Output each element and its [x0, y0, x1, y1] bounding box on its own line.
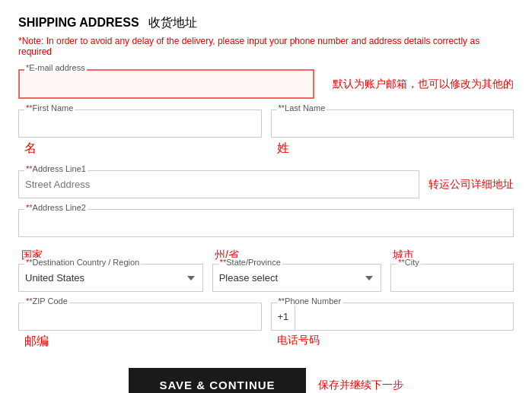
first-name-annotation: 名 — [18, 138, 262, 160]
zip-input[interactable] — [18, 303, 262, 331]
phone-prefix: +1 — [272, 303, 296, 330]
country-select[interactable]: United States — [18, 264, 203, 292]
phone-annotation: 电话号码 — [271, 331, 514, 350]
first-name-input[interactable] — [18, 109, 262, 138]
phone-label: **Phone Number — [277, 296, 343, 306]
zip-annotation: 邮编 — [18, 331, 262, 353]
phone-input[interactable] — [295, 303, 513, 330]
first-name-label: **First Name — [24, 103, 75, 113]
state-select[interactable]: Please select — [212, 264, 381, 292]
zip-label: **ZIP Code — [24, 296, 69, 306]
save-row: SAVE & CONTINUE 保存并继续下一步 — [18, 368, 514, 393]
title-cn: 收货地址 — [148, 16, 197, 29]
address1-annotation: 转运公司详细地址 — [428, 178, 514, 192]
address2-input[interactable] — [18, 209, 514, 237]
save-continue-button[interactable]: SAVE & CONTINUE — [129, 368, 305, 393]
note-text: *Note: In order to avoid any delay of th… — [18, 36, 514, 57]
state-label: **State/Province — [218, 258, 282, 267]
address1-input[interactable] — [18, 170, 419, 198]
address1-label: **Address Line1 — [24, 164, 88, 173]
last-name-annotation: 姓 — [271, 138, 514, 160]
country-label: **Destination Country / Region — [24, 258, 141, 267]
email-input[interactable] — [18, 69, 314, 99]
address2-label: **Address Line2 — [24, 203, 88, 212]
title-en: SHIPPING ADDRESS — [18, 16, 139, 29]
last-name-label: **Last Name — [277, 103, 327, 113]
email-annotation: 默认为账户邮箱，也可以修改为其他的 — [333, 78, 514, 91]
page-title: SHIPPING ADDRESS 收货地址 — [18, 15, 514, 31]
email-label: *E-mail address — [24, 63, 87, 72]
city-label: **City — [397, 258, 421, 267]
city-input[interactable] — [390, 264, 514, 292]
save-annotation: 保存并继续下一步 — [318, 379, 403, 392]
last-name-input[interactable] — [271, 109, 514, 138]
